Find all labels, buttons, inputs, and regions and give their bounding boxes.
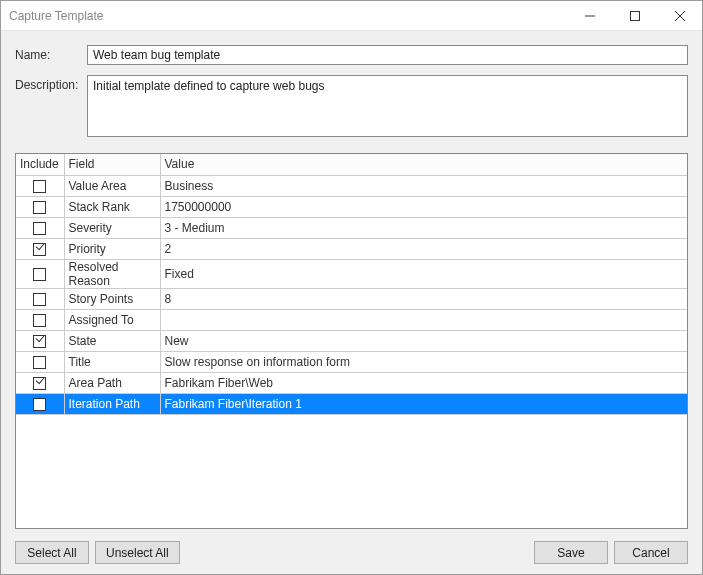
include-cell[interactable] [16, 238, 64, 259]
description-row: Description: Initial template defined to… [15, 75, 688, 137]
include-checkbox[interactable] [33, 377, 46, 390]
include-cell[interactable] [16, 175, 64, 196]
table-row[interactable]: StateNew [16, 330, 687, 351]
description-input[interactable]: Initial template defined to capture web … [87, 75, 688, 137]
include-cell[interactable] [16, 259, 64, 288]
window-title: Capture Template [1, 9, 567, 23]
include-cell[interactable] [16, 330, 64, 351]
button-spacer [186, 541, 528, 564]
table-header-row: Include Field Value [16, 154, 687, 175]
field-cell: Resolved Reason [64, 259, 160, 288]
field-cell: State [64, 330, 160, 351]
table-row[interactable]: TitleSlow response on information form [16, 351, 687, 372]
field-cell: Title [64, 351, 160, 372]
field-cell: Story Points [64, 288, 160, 309]
include-checkbox[interactable] [33, 356, 46, 369]
select-all-button[interactable]: Select All [15, 541, 89, 564]
include-cell[interactable] [16, 393, 64, 414]
include-checkbox[interactable] [33, 180, 46, 193]
table-row[interactable]: Iteration PathFabrikam Fiber\Iteration 1 [16, 393, 687, 414]
include-checkbox[interactable] [33, 268, 46, 281]
description-label: Description: [15, 75, 87, 137]
field-cell: Severity [64, 217, 160, 238]
field-cell: Area Path [64, 372, 160, 393]
col-include[interactable]: Include [16, 154, 64, 175]
field-cell: Value Area [64, 175, 160, 196]
value-cell [160, 309, 687, 330]
field-cell: Assigned To [64, 309, 160, 330]
grid-empty-area [16, 415, 687, 529]
minimize-icon [585, 11, 595, 21]
value-cell: 8 [160, 288, 687, 309]
value-cell: Business [160, 175, 687, 196]
table-row[interactable]: Stack Rank1750000000 [16, 196, 687, 217]
unselect-all-button[interactable]: Unselect All [95, 541, 180, 564]
title-bar: Capture Template [1, 1, 702, 31]
field-cell: Stack Rank [64, 196, 160, 217]
include-checkbox[interactable] [33, 293, 46, 306]
table-row[interactable]: Assigned To [16, 309, 687, 330]
include-checkbox[interactable] [33, 398, 46, 411]
include-cell[interactable] [16, 309, 64, 330]
value-cell: 2 [160, 238, 687, 259]
name-input[interactable] [87, 45, 688, 65]
include-cell[interactable] [16, 372, 64, 393]
close-icon [675, 11, 685, 21]
close-button[interactable] [657, 1, 702, 30]
dialog-window: Capture Template Name: Description: Init… [0, 0, 703, 575]
include-checkbox[interactable] [33, 314, 46, 327]
value-cell: Slow response on information form [160, 351, 687, 372]
name-label: Name: [15, 45, 87, 65]
dialog-content: Name: Description: Initial template defi… [1, 31, 702, 574]
include-checkbox[interactable] [33, 335, 46, 348]
name-row: Name: [15, 45, 688, 65]
fields-grid: Include Field Value Value AreaBusinessSt… [15, 153, 688, 529]
value-cell: 3 - Medium [160, 217, 687, 238]
minimize-button[interactable] [567, 1, 612, 30]
include-checkbox[interactable] [33, 201, 46, 214]
include-cell[interactable] [16, 288, 64, 309]
cancel-button[interactable]: Cancel [614, 541, 688, 564]
table-row[interactable]: Resolved ReasonFixed [16, 259, 687, 288]
value-cell: Fabrikam Fiber\Iteration 1 [160, 393, 687, 414]
value-cell: 1750000000 [160, 196, 687, 217]
save-button[interactable]: Save [534, 541, 608, 564]
maximize-button[interactable] [612, 1, 657, 30]
value-cell: New [160, 330, 687, 351]
include-cell[interactable] [16, 196, 64, 217]
include-cell[interactable] [16, 217, 64, 238]
table-row[interactable]: Priority2 [16, 238, 687, 259]
col-field[interactable]: Field [64, 154, 160, 175]
col-value[interactable]: Value [160, 154, 687, 175]
svg-rect-1 [630, 11, 639, 20]
field-cell: Priority [64, 238, 160, 259]
maximize-icon [630, 11, 640, 21]
fields-table: Include Field Value Value AreaBusinessSt… [16, 154, 687, 415]
include-checkbox[interactable] [33, 222, 46, 235]
table-row[interactable]: Story Points8 [16, 288, 687, 309]
value-cell: Fixed [160, 259, 687, 288]
table-row[interactable]: Value AreaBusiness [16, 175, 687, 196]
table-row[interactable]: Area PathFabrikam Fiber\Web [16, 372, 687, 393]
include-cell[interactable] [16, 351, 64, 372]
table-row[interactable]: Severity3 - Medium [16, 217, 687, 238]
button-row: Select All Unselect All Save Cancel [15, 529, 688, 564]
include-checkbox[interactable] [33, 243, 46, 256]
field-cell: Iteration Path [64, 393, 160, 414]
value-cell: Fabrikam Fiber\Web [160, 372, 687, 393]
